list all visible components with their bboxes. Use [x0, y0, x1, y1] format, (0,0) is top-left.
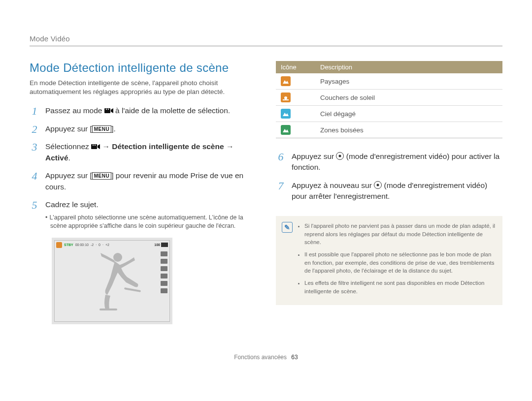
record-time: 00:00:10	[75, 243, 89, 247]
scene-icon-table: Icône Description PaysagesCouchers de so…	[276, 61, 502, 138]
svg-rect-3	[91, 144, 97, 149]
step-1: 1 Passez au mode à l'aide de la molette …	[30, 105, 256, 116]
page-footer: Fonctions avancées 63	[30, 354, 502, 361]
step-2: 2 Appuyez sur [MENU].	[30, 123, 256, 134]
menu-icon: MENU	[92, 172, 111, 180]
table-cell-desc: Ciel dégagé	[315, 106, 502, 122]
arrow-text: →	[102, 142, 112, 151]
landscape-scene-icon	[281, 76, 291, 86]
landscape-scene-icon	[281, 125, 291, 135]
step-text: Appuyez sur [	[45, 171, 92, 180]
svg-rect-7	[100, 308, 117, 310]
footer-section: Fonctions avancées	[234, 354, 287, 361]
note-list: Si l'appareil photo ne parvient pas à pa…	[299, 222, 496, 295]
svg-point-4	[93, 145, 94, 146]
camera-icon	[161, 274, 167, 278]
step-number: 2	[30, 124, 39, 135]
svg-rect-0	[104, 108, 110, 113]
table-row: Couchers de soleil	[276, 90, 502, 106]
steps-list: 1 Passez au mode à l'aide de la molette …	[30, 105, 256, 230]
scene-indicator-icon	[56, 242, 62, 248]
step-7: 7 Appuyez à nouveau sur (mode d'enregist…	[276, 180, 502, 202]
step-text: Appuyez sur [	[45, 124, 92, 133]
step-text: Passez au mode	[45, 106, 104, 115]
table-head-icon: Icône	[276, 61, 315, 73]
table-row: Zones boisées	[276, 122, 502, 138]
ev-zero: 0	[99, 243, 100, 247]
step-number: 5	[30, 200, 39, 211]
battery-pct: 100	[154, 243, 160, 247]
table-head-desc: Description	[315, 61, 502, 73]
intro-text: En mode Détection intelligente de scène,…	[30, 79, 256, 96]
svg-rect-10	[283, 99, 289, 100]
table-cell-icon	[276, 73, 315, 90]
lcd-preview: STBY 00:00:10 -2 · 0 · +2 100	[52, 238, 172, 324]
table-cell-desc: Zones boisées	[315, 122, 502, 138]
note-item: Il est possible que l'appareil photo ne …	[304, 250, 496, 275]
table-cell-desc: Couchers de soleil	[315, 90, 502, 106]
step-number: 7	[276, 181, 286, 191]
record-button-icon	[336, 152, 344, 160]
menu-icon: MENU	[92, 125, 111, 133]
step-4: 4 Appuyez sur [MENU] pour revenir au mod…	[30, 170, 256, 192]
landscape-scene-icon	[281, 109, 291, 119]
arrow-text: →	[226, 142, 234, 151]
footer-page-number: 63	[291, 354, 298, 361]
step-text: .	[68, 154, 70, 162]
sunset-scene-icon	[281, 93, 291, 102]
svg-point-2	[108, 109, 109, 110]
record-button-icon	[374, 181, 382, 189]
page-title: Mode Détection intelligente de scène	[30, 61, 256, 75]
lcd-top-bar: STBY 00:00:10 -2 · 0 · +2 100	[56, 242, 168, 248]
table-cell-desc: Paysages	[315, 73, 502, 90]
step-number: 6	[276, 152, 286, 162]
ev-plus: +2	[105, 243, 109, 247]
ev-minus: -2	[91, 243, 94, 247]
note-icon: ✎	[282, 222, 293, 233]
table-cell-icon	[276, 106, 315, 122]
note-item: Si l'appareil photo ne parvient pas à pa…	[304, 222, 496, 247]
battery-indicator: 100	[154, 243, 168, 247]
left-column: Mode Détection intelligente de scène En …	[30, 61, 256, 324]
svg-point-1	[106, 109, 107, 110]
step-text: Cadrez le sujet.	[45, 200, 99, 209]
step-text: Appuyez à nouveau sur	[292, 181, 374, 189]
step-text: Sélectionnez	[45, 142, 91, 151]
breadcrumb-rule	[30, 46, 502, 46]
table-row: Ciel dégagé	[276, 106, 502, 122]
skater-silhouette-icon	[91, 250, 145, 314]
fps-icon	[161, 259, 167, 264]
breadcrumb: Mode Vidéo	[30, 34, 502, 43]
step-6: 6 Appuyez sur (mode d'enregistrement vid…	[276, 151, 502, 173]
right-column: Icône Description PaysagesCouchers de so…	[276, 61, 502, 324]
step-text: Appuyez sur	[292, 152, 336, 160]
table-row: Paysages	[276, 73, 502, 90]
step-text: ].	[111, 124, 116, 133]
alive-icon	[161, 266, 167, 271]
step-number: 3	[30, 142, 39, 153]
table-cell-icon	[276, 122, 315, 138]
step-5: 5 Cadrez le sujet. L'appareil photo séle…	[30, 199, 256, 230]
svg-point-6	[113, 253, 122, 262]
step-number: 1	[30, 106, 39, 117]
resolution-icon	[161, 251, 167, 256]
setting-icon	[161, 288, 167, 293]
svg-point-5	[95, 145, 96, 146]
svg-point-9	[284, 96, 287, 99]
step-text-bold: Détection intelligente de scène	[112, 142, 224, 151]
note-box: ✎ Si l'appareil photo ne parvient pas à …	[276, 216, 502, 305]
steps-list-right: 6 Appuyez sur (mode d'enregistrement vid…	[276, 151, 502, 202]
step-text: à l'aide de la molette de sélection.	[115, 106, 230, 115]
lcd-right-icons	[161, 251, 167, 293]
movie-mode-icon	[104, 107, 113, 114]
step-text-bold: Activé	[45, 154, 68, 162]
battery-icon	[161, 243, 168, 247]
svg-rect-8	[124, 287, 141, 292]
step-3: 3 Sélectionnez → Détection intelligente …	[30, 141, 256, 163]
stabilizer-icon	[161, 281, 167, 286]
table-cell-icon	[276, 90, 315, 106]
stby-label: STBY	[64, 243, 73, 247]
note-item: Les effets de filtre intelligent ne sont…	[304, 279, 496, 295]
step-number: 4	[30, 171, 39, 182]
movie-mode-icon	[91, 143, 100, 150]
